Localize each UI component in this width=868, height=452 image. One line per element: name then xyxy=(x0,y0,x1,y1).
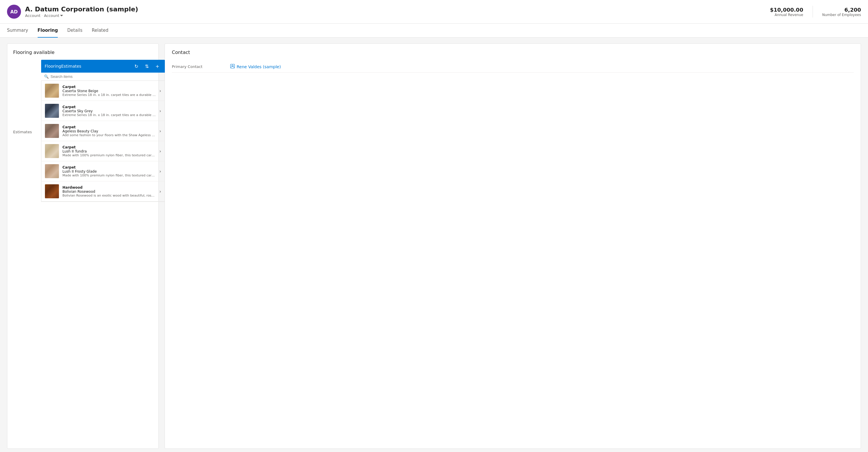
product-thumbnail xyxy=(45,184,59,198)
search-icon: 🔍 xyxy=(44,74,49,79)
primary-contact-link[interactable]: Rene Valdes (sample) xyxy=(230,64,281,69)
list-item[interactable]: Carpet Caserta Sky Grey Extreme Series 1… xyxy=(41,101,164,121)
product-name: Lush II Tundra xyxy=(62,149,156,153)
header-info: A. Datum Corporation (sample) Account · … xyxy=(25,5,138,18)
product-description: Made with 100% premium nylon fiber, this… xyxy=(62,153,156,157)
employees-value: 6,200 xyxy=(822,7,861,13)
chevron-right-icon: › xyxy=(159,128,161,134)
product-info: Carpet Lush II Frosty Glade Made with 10… xyxy=(62,165,156,177)
product-category: Carpet xyxy=(62,165,156,169)
left-panel-title: Flooring available xyxy=(13,50,153,55)
product-category: Carpet xyxy=(62,145,156,149)
product-description: Extreme Series 18 in. x 18 in. carpet ti… xyxy=(62,113,156,117)
header-left: AD A. Datum Corporation (sample) Account… xyxy=(7,5,138,19)
product-description: Made with 100% premium nylon fiber, this… xyxy=(62,173,156,177)
product-info: Carpet Ageless Beauty Clay Add some fash… xyxy=(62,125,156,137)
chevron-right-icon: › xyxy=(159,108,161,114)
product-description: Add some fashion to your floors with the… xyxy=(62,133,156,137)
left-panel: Flooring available Estimates FlooringEst… xyxy=(7,43,159,449)
product-name: Caserta Stone Beige xyxy=(62,89,156,93)
product-thumbnail xyxy=(45,164,59,178)
contact-title: Contact xyxy=(172,50,854,55)
estimates-side-label: Estimates xyxy=(13,60,36,202)
product-category: Carpet xyxy=(62,85,156,89)
breadcrumb-account1: Account xyxy=(25,13,40,18)
list-item[interactable]: Carpet Lush II Tundra Made with 100% pre… xyxy=(41,141,164,161)
chevron-right-icon: › xyxy=(159,168,161,174)
product-info: Carpet Caserta Sky Grey Extreme Series 1… xyxy=(62,105,156,117)
product-thumbnail xyxy=(45,124,59,138)
breadcrumb: Account · Account xyxy=(25,13,138,18)
add-button[interactable]: + xyxy=(153,62,161,70)
list-item[interactable]: Hardwood Bolivian Rosewood Bolivian Rose… xyxy=(41,182,164,201)
product-description: Bolivian Rosewood is an exotic wood with… xyxy=(62,194,156,197)
product-thumbnail xyxy=(45,144,59,158)
product-list-col: FlooringEstimates ↻ ⇅ + 🔍 Carpet Caserta… xyxy=(41,60,165,202)
employees-label: Number of Employees xyxy=(822,13,861,17)
product-name: Lush II Frosty Glade xyxy=(62,169,156,173)
search-bar: 🔍 xyxy=(41,73,165,81)
annual-revenue-value: $10,000.00 xyxy=(770,7,803,13)
chevron-right-icon: › xyxy=(159,88,161,94)
product-thumbnail xyxy=(45,104,59,118)
refresh-button[interactable]: ↻ xyxy=(132,62,140,70)
product-list: Carpet Caserta Stone Beige Extreme Serie… xyxy=(41,81,165,202)
product-thumbnail xyxy=(45,84,59,98)
tab-details[interactable]: Details xyxy=(67,24,82,38)
header: AD A. Datum Corporation (sample) Account… xyxy=(0,0,868,24)
annual-revenue-label: Annual Revenue xyxy=(770,13,803,17)
list-item[interactable]: Carpet Caserta Stone Beige Extreme Serie… xyxy=(41,81,164,101)
product-category: Carpet xyxy=(62,105,156,109)
product-name: Ageless Beauty Clay xyxy=(62,129,156,133)
main-content: Flooring available Estimates FlooringEst… xyxy=(0,38,868,452)
right-panel: Contact Primary Contact Rene Valdes (sam… xyxy=(164,43,861,449)
stat-annual-revenue: $10,000.00 Annual Revenue xyxy=(770,7,803,17)
nav-tabs: Summary Flooring Details Related xyxy=(0,24,868,38)
contact-icon xyxy=(230,64,235,69)
product-category: Carpet xyxy=(62,125,156,129)
primary-contact-label: Primary Contact xyxy=(172,64,224,69)
breadcrumb-account2-dropdown[interactable]: Account xyxy=(44,13,63,18)
search-input[interactable] xyxy=(51,74,162,79)
list-wrapper: Estimates FlooringEstimates ↻ ⇅ + 🔍 xyxy=(13,60,153,202)
chevron-right-icon: › xyxy=(159,149,161,154)
product-info: Carpet Caserta Stone Beige Extreme Serie… xyxy=(62,85,156,97)
chevron-right-icon: › xyxy=(159,189,161,194)
list-item[interactable]: Carpet Lush II Frosty Glade Made with 10… xyxy=(41,161,164,182)
sort-button[interactable]: ⇅ xyxy=(143,62,151,70)
tab-summary[interactable]: Summary xyxy=(7,24,28,38)
product-name: Caserta Sky Grey xyxy=(62,109,156,113)
primary-contact-name: Rene Valdes (sample) xyxy=(237,64,281,69)
header-divider xyxy=(812,6,813,18)
product-description: Extreme Series 18 in. x 18 in. carpet ti… xyxy=(62,93,156,97)
page-title: A. Datum Corporation (sample) xyxy=(25,5,138,13)
toolbar-title: FlooringEstimates xyxy=(44,64,130,68)
product-category: Hardwood xyxy=(62,186,156,190)
product-info: Carpet Lush II Tundra Made with 100% pre… xyxy=(62,145,156,157)
breadcrumb-sep: · xyxy=(42,13,43,18)
header-stats: $10,000.00 Annual Revenue 6,200 Number o… xyxy=(770,6,861,18)
tab-flooring[interactable]: Flooring xyxy=(38,24,58,38)
product-name: Bolivian Rosewood xyxy=(62,190,156,194)
chevron-down-icon xyxy=(60,15,63,16)
avatar: AD xyxy=(7,5,21,19)
stat-employees: 6,200 Number of Employees xyxy=(822,7,861,17)
svg-point-1 xyxy=(232,65,234,66)
primary-contact-row: Primary Contact Rene Valdes (sample) xyxy=(172,61,854,73)
tab-related[interactable]: Related xyxy=(92,24,108,38)
product-info: Hardwood Bolivian Rosewood Bolivian Rose… xyxy=(62,186,156,197)
flooring-estimates-toolbar: FlooringEstimates ↻ ⇅ + xyxy=(41,60,165,73)
list-item[interactable]: Carpet Ageless Beauty Clay Add some fash… xyxy=(41,121,164,141)
